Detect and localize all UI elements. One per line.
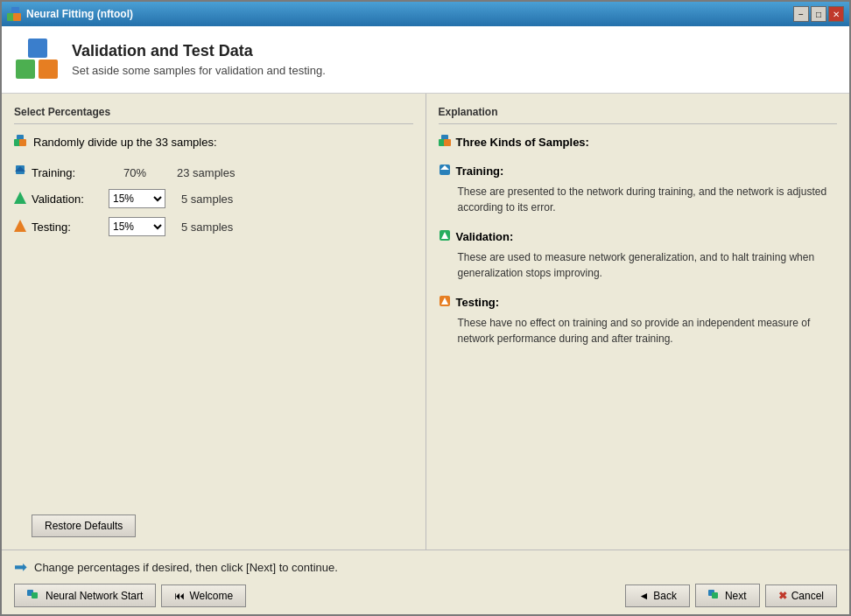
validation-exp-desc: These are used to measure network genera… <box>439 249 838 281</box>
main-content: Select Percentages Randomly divide up th… <box>2 94 849 550</box>
back-label: Back <box>653 590 677 602</box>
right-panel-title: Explanation <box>439 106 838 124</box>
testing-exp-desc: These have no effect on training and so … <box>439 315 838 346</box>
welcome-button[interactable]: ⏮ Welcome <box>161 584 246 607</box>
validation-label: Validation: <box>14 192 102 206</box>
validation-icon <box>14 192 26 206</box>
nav-buttons: Neural Network Start ⏮ Welcome ◄ Back Ne… <box>14 584 837 607</box>
svg-rect-8 <box>19 139 26 146</box>
left-panel: Select Percentages Randomly divide up th… <box>2 94 426 550</box>
next-icon <box>708 589 721 602</box>
training-label: Training: <box>14 165 102 180</box>
svg-rect-3 <box>28 38 47 58</box>
training-exp-title: Training: <box>456 164 504 178</box>
arrow-right-icon: ➡ <box>14 557 27 577</box>
testing-exp-title: Testing: <box>456 296 500 309</box>
svg-marker-12 <box>14 220 26 232</box>
svg-rect-15 <box>444 139 451 146</box>
minimize-button[interactable]: − <box>793 6 809 22</box>
svg-rect-2 <box>13 13 21 21</box>
validation-row: Validation: 15% 10% 20% 5% 5 samples <box>14 189 413 208</box>
divide-label: Randomly divide up the 33 samples: <box>33 136 217 149</box>
validation-samples: 5 samples <box>181 192 233 206</box>
validation-exp-title: Validation: <box>456 230 514 243</box>
app-icon <box>7 7 21 21</box>
svg-rect-5 <box>39 60 58 79</box>
training-exp-header: Training: <box>439 164 838 178</box>
training-explanation: Training: These are presented to the net… <box>439 164 838 215</box>
three-kinds-label: Three Kinds of Samples: <box>456 136 589 149</box>
training-icon <box>14 165 26 180</box>
instruction-text: Change percentages if desired, then clic… <box>34 561 338 574</box>
testing-explanation: Testing: These have no effect on trainin… <box>439 295 838 346</box>
svg-rect-4 <box>16 60 35 79</box>
three-kinds-header: Three Kinds of Samples: <box>439 135 838 150</box>
welcome-label: Welcome <box>189 590 233 602</box>
testing-label: Testing: <box>14 220 102 234</box>
restore-defaults-button[interactable]: Restore Defaults <box>32 514 136 537</box>
svg-rect-23 <box>32 592 38 598</box>
training-samples: 23 samples <box>177 166 235 179</box>
window-title: Neural Fitting (nftool) <box>26 8 788 20</box>
page-title: Validation and Test Data <box>72 42 326 60</box>
validation-exp-icon <box>439 229 451 244</box>
validation-percent-select[interactable]: 15% 10% 20% 5% <box>109 189 165 208</box>
cancel-label: Cancel <box>791 590 824 602</box>
left-panel-title: Select Percentages <box>14 106 413 124</box>
maximize-button[interactable]: □ <box>811 6 826 22</box>
nn-start-label: Neural Network Start <box>46 590 143 602</box>
training-percent: 70% <box>109 166 161 179</box>
bottom-bar: ➡ Change percentages if desired, then cl… <box>2 550 849 614</box>
main-window: Neural Fitting (nftool) − □ ✕ Validation… <box>0 0 851 616</box>
three-kinds-section: Three Kinds of Samples: <box>439 135 838 150</box>
nn-start-icon <box>27 589 41 602</box>
validation-explanation: Validation: These are used to measure ne… <box>439 229 838 281</box>
testing-icon <box>14 220 26 234</box>
next-label: Next <box>725 590 747 602</box>
testing-row: Testing: 15% 10% 20% 5% 5 samples <box>14 217 413 236</box>
testing-samples: 5 samples <box>181 220 233 234</box>
divide-label-row: Randomly divide up the 33 samples: <box>14 135 413 150</box>
window-controls: − □ ✕ <box>793 6 844 22</box>
right-panel: Explanation Three Kinds of Samples: <box>426 94 850 550</box>
instruction-row: ➡ Change percentages if desired, then cl… <box>14 557 837 577</box>
cancel-icon: ✖ <box>778 590 787 602</box>
divide-cube-icon <box>14 135 26 150</box>
back-button[interactable]: ◄ Back <box>625 584 690 607</box>
svg-marker-11 <box>14 192 26 204</box>
header-icon <box>16 38 58 80</box>
training-exp-desc: These are presented to the network durin… <box>439 184 838 215</box>
testing-exp-header: Testing: <box>439 295 838 310</box>
neural-network-start-button[interactable]: Neural Network Start <box>14 584 156 607</box>
cancel-button[interactable]: ✖ Cancel <box>765 584 837 607</box>
svg-rect-25 <box>712 592 718 598</box>
title-bar: Neural Fitting (nftool) − □ ✕ <box>2 2 849 26</box>
header: Validation and Test Data Set aside some … <box>2 26 849 94</box>
close-button[interactable]: ✕ <box>828 6 844 22</box>
validation-exp-header: Validation: <box>439 229 838 244</box>
testing-percent-select[interactable]: 15% 10% 20% 5% <box>109 217 165 236</box>
page-subtitle: Set aside some samples for validation an… <box>72 64 326 77</box>
three-kinds-icon <box>439 135 451 150</box>
header-text: Validation and Test Data Set aside some … <box>72 42 326 77</box>
back-icon: ◄ <box>638 590 649 602</box>
testing-exp-icon <box>439 295 451 310</box>
training-row: Training: 70% 23 samples <box>14 165 413 180</box>
training-exp-icon <box>439 164 451 178</box>
welcome-icon: ⏮ <box>174 590 185 602</box>
next-button[interactable]: Next <box>695 584 760 607</box>
